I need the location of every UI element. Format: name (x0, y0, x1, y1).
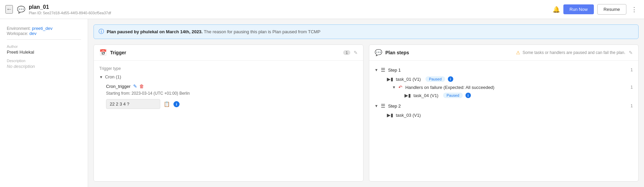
step-2-icon: ☰ (381, 103, 385, 109)
main-layout: Environment: preeti_dev Workspace: dev A… (0, 19, 644, 187)
author-value: Preeti Hulekal (7, 50, 81, 55)
cron-delete-button[interactable]: 🗑 (139, 83, 144, 89)
handler-label: Handlers on failure (Expected: All succe… (405, 85, 628, 90)
run-now-button[interactable]: Run Now (563, 4, 594, 14)
task-01-paused-badge: Paused (425, 76, 445, 82)
environment-row: Environment: preeti_dev (7, 26, 81, 31)
workspace-row: Workspace: dev (7, 31, 81, 36)
task-03-name: task_03 (V1) (396, 113, 421, 118)
warning-message: Some tasks or handlers are paused and ca… (522, 50, 625, 55)
sidebar: Environment: preeti_dev Workspace: dev A… (0, 19, 88, 187)
task-01-row: ▶▮ task_01 (V1) Paused i (387, 75, 633, 83)
step-1-chevron-icon[interactable]: ▼ (375, 68, 378, 72)
cron-label: Cron (1) (105, 74, 121, 79)
trigger-edit-icon[interactable]: ✎ (354, 50, 358, 55)
task-04-info-icon[interactable]: i (465, 93, 471, 98)
workspace-label: Workspace: (7, 31, 28, 36)
task-01-icon: ▶▮ (387, 76, 393, 82)
trigger-panel-header: 📅 Trigger 1 ✎ (94, 45, 363, 61)
environment-label: Environment: (7, 26, 31, 31)
plan-steps-icon: 💬 (375, 49, 382, 56)
more-options-button[interactable]: ⋮ (630, 4, 639, 15)
content-area: ⓘ Plan paused by phulekal on March 14th,… (88, 19, 644, 187)
plan-icon: 💬 (17, 5, 25, 14)
task-03-icon: ▶▮ (387, 112, 393, 118)
sidebar-divider (7, 39, 81, 40)
plan-steps-title: Plan steps (386, 50, 513, 55)
trigger-panel: 📅 Trigger 1 ✎ Trigger type ▼ Cron (1) Cr… (94, 44, 363, 182)
trigger-icon: 📅 (99, 49, 107, 56)
copy-button[interactable]: 📋 (163, 101, 171, 107)
trigger-panel-body: Trigger type ▼ Cron (1) Cron_trigger ✎ 🗑 (94, 61, 363, 181)
environment-value[interactable]: preeti_dev (32, 26, 53, 31)
task-04-icon: ▶▮ (404, 93, 411, 98)
step-1-count: 1 (630, 68, 633, 72)
task-01-name: task_01 (V1) (396, 77, 421, 82)
step-1-row: ▼ ☰ Step 1 1 (375, 65, 633, 75)
cron-trigger-row: Cron_trigger ✎ 🗑 (106, 83, 358, 89)
task-04-name: task_04 (V1) (414, 93, 439, 98)
cron-expression-input[interactable] (106, 99, 160, 109)
cron-info-button[interactable]: i (173, 101, 180, 107)
cron-section: ▼ Cron (1) Cron_trigger ✎ 🗑 Starting fro… (99, 74, 358, 109)
description-value: No description (7, 64, 81, 69)
warning-icon: ⚠ (516, 50, 520, 55)
cron-trigger-name: Cron_trigger (106, 84, 130, 89)
panels-row: 📅 Trigger 1 ✎ Trigger type ▼ Cron (1) Cr… (94, 44, 639, 182)
header-title-group: plan_01 Plan ID: 5ee27d18-4d55-44f3-8940… (29, 4, 553, 15)
cron-header: ▼ Cron (1) (99, 74, 358, 79)
description-label: Description (7, 59, 81, 63)
alert-reason-text: The reason for pausing this plan is Plan… (204, 29, 320, 34)
cron-edit-button[interactable]: ✎ (133, 83, 137, 89)
header-actions: 🔔 Run Now Resume ⋮ (553, 4, 639, 15)
author-label: Author (7, 44, 81, 49)
step-2-chevron-icon[interactable]: ▼ (375, 104, 378, 108)
trigger-panel-title: Trigger (110, 50, 338, 55)
step-2-row: ▼ ☰ Step 2 1 (375, 101, 633, 111)
step-2-label: Step 2 (388, 104, 628, 109)
steps-body: ▼ ☰ Step 1 1 ▶▮ task_01 (V1) Paused i (369, 61, 639, 123)
task-04-row: ▶▮ task_04 (V1) Paused i (404, 91, 633, 99)
task-04-paused-badge: Paused (443, 93, 462, 98)
trigger-type-label: Trigger type (99, 66, 358, 71)
step-2-count: 1 (630, 104, 633, 108)
plan-steps-panel: 💬 Plan steps ⚠ Some tasks or handlers ar… (369, 44, 639, 182)
back-button[interactable]: ← (5, 5, 13, 14)
alert-bold-text: Plan paused by phulekal on March 14th, 2… (107, 29, 203, 34)
alert-banner: ⓘ Plan paused by phulekal on March 14th,… (94, 24, 639, 39)
step-1-label: Step 1 (388, 68, 628, 73)
handler-count: 1 (630, 85, 633, 90)
task-03-row: ▶▮ task_03 (V1) (387, 111, 633, 119)
step-1-icon: ☰ (381, 67, 385, 73)
handler-chevron-icon[interactable]: ▼ (392, 85, 396, 89)
handler-row: ▼ ↶ Handlers on failure (Expected: All s… (392, 83, 633, 91)
workspace-value[interactable]: dev (29, 31, 37, 36)
resume-button[interactable]: Resume (597, 4, 626, 15)
cron-starting-label: Starting from: 2023-03-14 (UTC +01:00) B… (106, 91, 358, 96)
task-01-info-icon[interactable]: i (448, 76, 453, 82)
cron-chevron-icon[interactable]: ▼ (99, 75, 103, 79)
handler-icon: ↶ (398, 85, 402, 90)
plan-id: Plan ID: 5ee27d18-4d55-44f3-8940-603cf5e… (29, 11, 553, 15)
cron-expression-row: 📋 i (106, 99, 358, 109)
warning-text: ⚠ Some tasks or handlers are paused and … (516, 50, 625, 55)
plan-steps-edit-icon[interactable]: ✎ (629, 50, 633, 55)
plan-title: plan_01 (29, 4, 553, 10)
header: ← 💬 plan_01 Plan ID: 5ee27d18-4d55-44f3-… (0, 0, 644, 19)
cron-trigger-actions: ✎ 🗑 (133, 83, 144, 89)
plan-steps-header: 💬 Plan steps ⚠ Some tasks or handlers ar… (369, 45, 639, 61)
notification-bell-icon[interactable]: 🔔 (553, 6, 560, 13)
alert-info-icon: ⓘ (99, 28, 104, 35)
trigger-count-badge: 1 (343, 50, 350, 55)
